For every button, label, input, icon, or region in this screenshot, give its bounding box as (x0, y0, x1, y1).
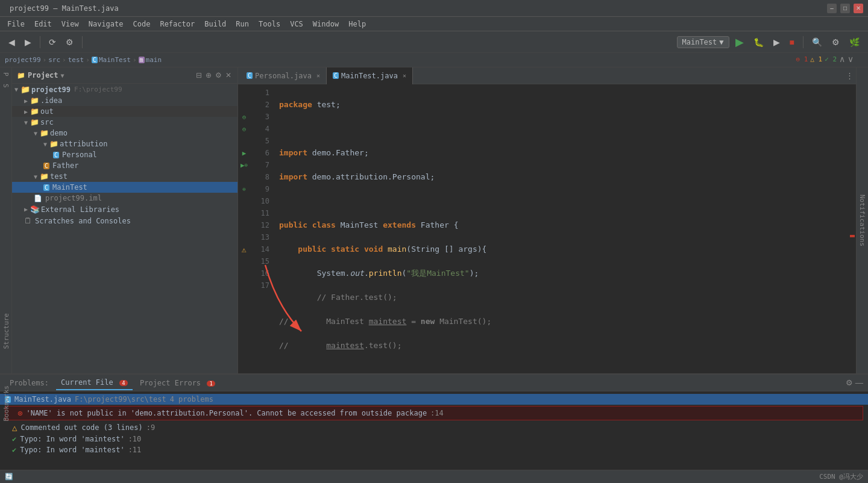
breadcrumb-sep-1: › (43, 56, 47, 64)
tree-item-external-libraries[interactable]: ▶ 📚 External Libraries (12, 204, 237, 215)
run-arrow-7[interactable]: ▶ (241, 161, 245, 169)
settings-button[interactable]: ⚙ (828, 35, 843, 49)
tree-item-out[interactable]: ▶ 📁 out (12, 106, 237, 117)
menu-view[interactable]: View (57, 19, 84, 30)
tab-personal[interactable]: C Personal.java ✕ (241, 67, 327, 84)
menu-help[interactable]: Help (344, 19, 371, 30)
vcs-button[interactable]: 🌿 (846, 35, 863, 49)
bottom-panel-settings[interactable]: ⚙ (846, 378, 853, 387)
tree-item-src[interactable]: ▼ 📁 src (12, 117, 237, 128)
menu-file[interactable]: File (2, 19, 30, 30)
attribution-folder-icon: 📁 (49, 140, 58, 148)
run-config-label: MainTest (682, 38, 717, 46)
tree-label-maintest: MainTest (52, 183, 87, 192)
tree-item-project99[interactable]: ▼ 📁 project99 F:\project99 (12, 84, 237, 95)
close-button[interactable]: ✕ (854, 4, 863, 13)
breadcrumb-src[interactable]: src (48, 56, 60, 64)
problem-ok-row-2[interactable]: ✔ Typo: In word 'maintest' :11 (0, 444, 868, 455)
debug-button[interactable]: 🐛 (750, 35, 767, 49)
minimize-button[interactable]: – (827, 4, 837, 13)
menu-window[interactable]: Window (308, 19, 344, 30)
personal-tab-icon: C (247, 72, 253, 79)
menu-build[interactable]: Build (200, 19, 231, 30)
gutter-line-5 (238, 135, 250, 147)
menu-edit[interactable]: Edit (30, 19, 57, 30)
tree-item-maintest[interactable]: C MainTest (12, 182, 237, 193)
tree-item-father[interactable]: C Father (12, 160, 237, 171)
problem-ok-text-1: Typo: In word 'maintest' (20, 435, 124, 443)
tree-item-demo[interactable]: ▼ 📁 demo (12, 128, 237, 139)
code-area[interactable]: package test; import demo.Father; import… (274, 84, 856, 373)
menu-code[interactable]: Code (128, 19, 156, 30)
menu-tools[interactable]: Tools (254, 19, 285, 30)
menu-navigate[interactable]: Navigate (84, 19, 128, 30)
tab-current-file[interactable]: Current File 4 (56, 376, 133, 390)
menu-vcs[interactable]: VCS (285, 19, 308, 30)
breadcrumb-project[interactable]: project99 (5, 56, 41, 64)
problem-warning-row[interactable]: △ Commented out code (3 lines) :9 (0, 422, 868, 434)
tab-maintest[interactable]: C MainTest.java ✕ (327, 67, 413, 84)
line-num-16: 16 (255, 267, 269, 279)
scroll-down-button[interactable]: ∨ (848, 54, 854, 64)
toolbar-settings-button[interactable]: ⚙ (62, 35, 77, 49)
structure-label[interactable]: Structure (2, 313, 10, 349)
run-button[interactable]: ▶ (732, 33, 747, 51)
tree-item-personal[interactable]: C Personal (12, 149, 237, 160)
tree-label-personal: Personal (62, 151, 97, 159)
settings-gear-button[interactable]: ⚙ (214, 70, 223, 81)
bookmarks-label[interactable]: Bookmarks (2, 385, 10, 422)
tree-label-iml: project99.iml (45, 194, 102, 202)
tree-item-project99iml[interactable]: 📄 project99.iml (12, 193, 237, 204)
locate-file-button[interactable]: ⊕ (204, 70, 213, 81)
project-title-arrow[interactable]: ▼ (61, 72, 64, 79)
tree-item-idea[interactable]: ▶ 📁 .idea (12, 95, 237, 106)
toolbar-back-button[interactable]: ◀ (5, 35, 19, 49)
tab-personal-close[interactable]: ✕ (316, 72, 320, 79)
collapse-all-button[interactable]: ⊟ (195, 70, 203, 81)
problem-error-text: 'NAME' is not public in 'demo.attributio… (26, 409, 427, 417)
tab-project-errors[interactable]: Project Errors 1 (135, 376, 220, 390)
fold-icon-4[interactable]: ⊖ (242, 126, 246, 132)
toolbar-separator-3 (803, 36, 804, 48)
error-indicators: ⊖ 1 △ 1 ✓ 2 ∧ ∨ (796, 54, 854, 64)
ok-count[interactable]: ✓ 2 (825, 55, 837, 63)
toolbar-sync-button[interactable]: ⟳ (45, 35, 60, 49)
problem-file-row[interactable]: C MainTest.java F:\project99\src\test 4 … (0, 394, 868, 405)
warning-gutter-14[interactable]: ⚠ (242, 245, 247, 254)
search-everywhere-button[interactable]: 🔍 (808, 35, 826, 49)
coverage-button[interactable]: ▶ (770, 35, 784, 49)
error-icon-1: ⊗ (17, 408, 22, 418)
breadcrumb-test[interactable]: test (68, 56, 84, 64)
line-num-3: 3 (255, 111, 269, 123)
run-config-dropdown[interactable]: MainTest ▼ (677, 36, 729, 48)
warning-count[interactable]: △ 1 (810, 55, 822, 63)
notifications-panel[interactable]: Notifications (856, 67, 868, 373)
problem-ok-row-1[interactable]: ✔ Typo: In word 'maintest' :10 (0, 434, 868, 444)
tabs-menu-button[interactable]: ⋮ (846, 71, 854, 80)
close-panel-button[interactable]: ✕ (224, 70, 233, 81)
tree-item-test[interactable]: ▼ 📁 test (12, 171, 237, 182)
maximize-button[interactable]: □ (840, 4, 850, 13)
scroll-up-button[interactable]: ∧ (839, 54, 845, 64)
run-arrow-6[interactable]: ▶ (242, 149, 247, 157)
csdn-credit: CSDN @冯大少 (819, 473, 863, 481)
expand-arrow-test: ▼ (34, 173, 37, 180)
menu-refactor[interactable]: Refactor (155, 19, 200, 30)
editor-content[interactable]: ⊖ ⊖ ▶ ▶ ⊖ ⊖ (238, 84, 856, 373)
tab-problems[interactable]: Problems: (5, 376, 54, 390)
stop-button[interactable]: ■ (786, 35, 798, 49)
menu-run[interactable]: Run (231, 19, 254, 30)
toolbar-forward-button[interactable]: ▶ (21, 35, 35, 49)
tree-item-attribution[interactable]: ▼ 📁 attribution (12, 139, 237, 149)
error-count[interactable]: ⊖ 1 (796, 55, 808, 63)
tab-maintest-close[interactable]: ✕ (403, 72, 406, 79)
line-num-11: 11 (255, 207, 269, 219)
external-libs-icon: 📚 (30, 205, 40, 214)
breadcrumb-method[interactable]: mmain (139, 56, 162, 64)
titlebar-title: project99 – MainTest.java (10, 4, 119, 13)
fold-icon-3[interactable]: ⊖ (242, 114, 246, 120)
problem-error-row[interactable]: ⊗ 'NAME' is not public in 'demo.attribut… (5, 406, 863, 420)
breadcrumb-class[interactable]: CMainTest (92, 56, 131, 64)
tree-item-scratches[interactable]: 🗒 Scratches and Consoles (12, 215, 237, 226)
bottom-panel-close[interactable]: — (855, 378, 863, 387)
